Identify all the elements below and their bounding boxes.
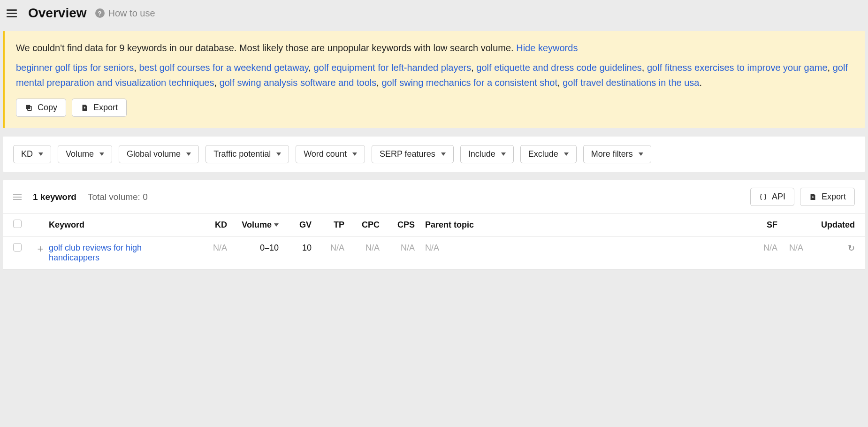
chevron-down-icon: [564, 152, 569, 156]
cell-volume: 0–10: [227, 243, 279, 253]
menu-icon[interactable]: [4, 7, 20, 20]
filter-kd[interactable]: KD: [13, 145, 51, 163]
table-header: Keyword KD Volume GV TP CPC CPS Parent t…: [3, 214, 865, 236]
missing-keyword-link[interactable]: golf travel destinations in the usa: [563, 77, 699, 88]
cell-gv: 10: [279, 243, 312, 253]
chevron-down-icon: [639, 152, 643, 156]
list-options-icon[interactable]: [13, 194, 22, 200]
page-title: Overview: [28, 6, 87, 21]
filter-include[interactable]: Include: [460, 145, 514, 163]
filter-more-filters[interactable]: More filters: [583, 145, 651, 163]
svg-rect-1: [26, 105, 30, 109]
row-checkbox[interactable]: [13, 243, 22, 252]
cell-cpc: N/A: [344, 243, 380, 253]
export-label: Export: [93, 103, 118, 113]
chevron-down-icon: [99, 152, 104, 156]
missing-keyword-link[interactable]: golf fitness exercises to improve your g…: [647, 62, 828, 73]
copy-icon: [25, 104, 33, 112]
filters-panel: KDVolumeGlobal volumeTraffic potentialWo…: [3, 137, 865, 172]
alert-text: We couldn't find data for 9 keywords in …: [16, 43, 516, 53]
export-button[interactable]: Export: [72, 99, 127, 117]
filter-volume[interactable]: Volume: [58, 145, 112, 163]
filter-exclude[interactable]: Exclude: [520, 145, 577, 163]
col-kd[interactable]: KD: [194, 220, 227, 230]
filter-global-volume[interactable]: Global volume: [119, 145, 199, 163]
chevron-down-icon: [352, 152, 357, 156]
results-export-button[interactable]: Export: [800, 188, 855, 206]
refresh-icon[interactable]: ↻: [848, 244, 855, 253]
copy-label: Copy: [38, 103, 57, 113]
missing-keyword-link[interactable]: beginner golf tips for seniors: [16, 62, 134, 73]
chevron-down-icon: [501, 152, 506, 156]
select-all-checkbox[interactable]: [13, 220, 22, 228]
total-volume: Total volume: 0: [88, 192, 148, 202]
col-updated[interactable]: Updated: [803, 220, 855, 230]
alert-message: We couldn't find data for 9 keywords in …: [16, 40, 854, 55]
hide-keywords-link[interactable]: Hide keywords: [516, 43, 578, 53]
missing-keyword-link[interactable]: golf etiquette and dress code guidelines: [476, 62, 641, 73]
cell-cps: N/A: [380, 243, 415, 253]
chevron-down-icon: [38, 152, 43, 156]
keyword-count: 1 keyword: [33, 192, 76, 202]
missing-keyword-link[interactable]: best golf courses for a weekend getaway: [139, 62, 308, 73]
filter-word-count[interactable]: Word count: [296, 145, 365, 163]
download-icon: [81, 104, 89, 112]
api-button[interactable]: API: [750, 188, 794, 206]
col-keyword[interactable]: Keyword: [49, 220, 194, 230]
how-to-use-label: How to use: [108, 8, 155, 19]
braces-icon: [759, 193, 767, 201]
cell-tp: N/A: [312, 243, 344, 253]
missing-keyword-link[interactable]: golf swing analysis software and tools: [220, 77, 377, 88]
cell-sf2: N/A: [777, 243, 803, 253]
sort-desc-icon: [274, 223, 279, 227]
col-volume[interactable]: Volume: [227, 220, 279, 230]
copy-button[interactable]: Copy: [16, 99, 66, 117]
results-export-label: Export: [822, 192, 846, 202]
filter-traffic-potential[interactable]: Traffic potential: [206, 145, 289, 163]
col-sf[interactable]: SF: [749, 220, 777, 230]
results-panel: 1 keyword Total volume: 0 API Export Key…: [3, 180, 865, 270]
missing-keyword-link[interactable]: golf swing mechanics for a consistent sh…: [381, 77, 557, 88]
question-icon: ?: [95, 8, 105, 18]
missing-keyword-link[interactable]: golf equipment for left-handed players: [313, 62, 471, 73]
filter-serp-features[interactable]: SERP features: [372, 145, 454, 163]
col-cpc[interactable]: CPC: [344, 220, 380, 230]
col-cps[interactable]: CPS: [380, 220, 415, 230]
alert-box: We couldn't find data for 9 keywords in …: [3, 31, 865, 128]
api-label: API: [772, 192, 785, 202]
missing-keywords-list: beginner golf tips for seniors, best gol…: [16, 60, 854, 90]
cell-kd: N/A: [194, 243, 227, 253]
cell-updated: ↻: [803, 243, 855, 253]
expand-icon[interactable]: +: [32, 243, 49, 255]
how-to-use-link[interactable]: ? How to use: [95, 8, 155, 19]
col-parent[interactable]: Parent topic: [415, 220, 560, 230]
table-row: +golf club reviews for high handicappers…: [3, 236, 865, 270]
col-gv[interactable]: GV: [279, 220, 312, 230]
download-icon: [809, 193, 817, 201]
chevron-down-icon: [186, 152, 191, 156]
keyword-link[interactable]: golf club reviews for high handicappers: [49, 243, 142, 262]
chevron-down-icon: [276, 152, 281, 156]
cell-sf: N/A: [749, 243, 777, 253]
col-tp[interactable]: TP: [312, 220, 344, 230]
cell-parent: N/A: [415, 243, 560, 253]
chevron-down-icon: [441, 152, 446, 156]
